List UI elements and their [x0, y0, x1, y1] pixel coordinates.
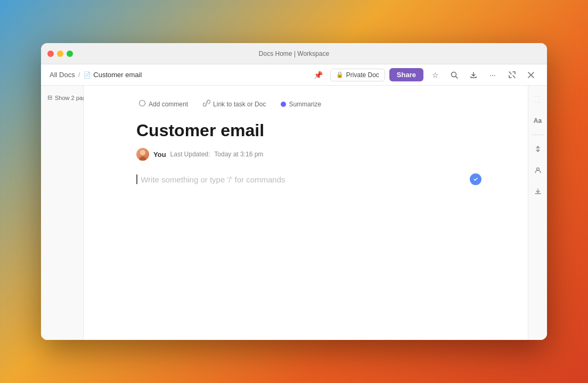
divider	[533, 135, 543, 135]
svg-line-1	[456, 76, 458, 78]
add-comment-label: Add comment	[149, 101, 188, 108]
doc-area: Add comment Link to task or Doc Summariz…	[84, 86, 528, 340]
more-button[interactable]: ···	[485, 68, 500, 82]
pin-button[interactable]: 📌	[311, 68, 326, 82]
link-to-task-button[interactable]: Link to task or Doc	[201, 98, 268, 110]
editor-area[interactable]: Write something or type '/' for commands	[136, 173, 475, 280]
summarize-button[interactable]: Summarize	[279, 99, 323, 109]
private-doc-label: Private Doc	[346, 71, 379, 79]
title-bar: Docs Home | Workspace	[41, 43, 547, 64]
placeholder-text: Write something or type '/' for commands	[141, 175, 285, 184]
add-comment-button[interactable]: Add comment	[136, 98, 190, 110]
doc-actions: Add comment Link to task or Doc Summariz…	[136, 98, 475, 110]
author-row: You Last Updated: Today at 3:16 pm	[136, 148, 475, 161]
avatar	[136, 148, 149, 161]
left-sidebar: ⊟ Show 2 pages	[41, 86, 84, 340]
breadcrumb-root[interactable]: All Docs	[50, 71, 75, 79]
svg-point-4	[140, 101, 145, 106]
doc-icon: 📄	[83, 71, 91, 79]
toolbar: All Docs / 📄 Customer email 📌 🔒 Private …	[41, 64, 547, 86]
toolbar-actions: 📌 🔒 Private Doc Share ☆ ···	[311, 68, 538, 82]
last-updated-label: Last Updated:	[170, 151, 210, 158]
summarize-icon	[281, 102, 286, 107]
close-button[interactable]	[47, 51, 54, 57]
traffic-lights	[47, 51, 73, 57]
collaborators-icon[interactable]	[530, 163, 545, 178]
summarize-label: Summarize	[289, 101, 321, 108]
pages-icon: ⊟	[47, 94, 52, 101]
fullscreen-exit-button[interactable]	[504, 68, 519, 82]
editor-placeholder: Write something or type '/' for commands	[136, 173, 475, 186]
close-panel-button[interactable]	[524, 68, 538, 82]
breadcrumb-separator: /	[78, 71, 80, 79]
breadcrumb-current-label[interactable]: Customer email	[93, 71, 142, 79]
export-button[interactable]	[466, 68, 481, 82]
window-title: Docs Home | Workspace	[259, 50, 329, 57]
doc-content: Add comment Link to task or Doc Summariz…	[119, 86, 492, 312]
last-updated-value: Today at 3:16 pm	[214, 151, 263, 158]
vertical-handle-icon: ⋮⋮	[530, 92, 545, 107]
text-format-icon[interactable]: Aa	[530, 113, 545, 128]
search-button[interactable]	[447, 68, 462, 82]
star-button[interactable]: ☆	[428, 68, 443, 82]
text-cursor	[136, 174, 137, 184]
main-content: ⊟ Show 2 pages Add comment	[41, 86, 547, 340]
share-button[interactable]: Share	[389, 68, 423, 81]
breadcrumb-current-item: 📄 Customer email	[83, 71, 142, 79]
author-name: You	[153, 151, 166, 159]
private-doc-button[interactable]: 🔒 Private Doc	[330, 69, 385, 81]
lock-icon: 🔒	[336, 71, 344, 78]
sort-icon[interactable]	[530, 141, 545, 156]
right-sidebar: ⋮⋮ Aa	[528, 86, 547, 340]
link-icon	[203, 99, 210, 109]
maximize-button[interactable]	[67, 51, 73, 57]
comment-icon	[138, 99, 146, 109]
app-window: Docs Home | Workspace All Docs / 📄 Custo…	[41, 43, 547, 340]
doc-title[interactable]: Customer email	[136, 120, 475, 140]
download-icon[interactable]	[530, 184, 545, 199]
breadcrumb: All Docs / 📄 Customer email	[50, 71, 307, 79]
ai-status-indicator	[470, 173, 481, 185]
minimize-button[interactable]	[57, 51, 63, 57]
link-to-task-label: Link to task or Doc	[213, 101, 266, 108]
